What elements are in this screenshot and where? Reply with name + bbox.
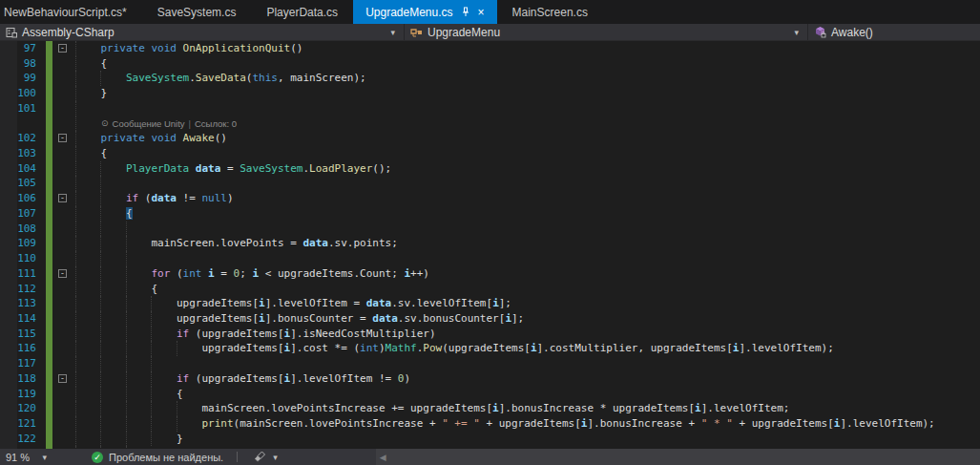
code-line: 119 { <box>0 387 980 402</box>
line-number: 111 <box>0 266 46 282</box>
code-line-text[interactable]: if (data != null) <box>75 191 980 206</box>
code-line-text[interactable] <box>75 101 980 116</box>
code-line-text[interactable]: mainScreen.lovePoints = data.sv.points; <box>75 236 980 251</box>
code-line: 109 mainScreen.lovePoints = data.sv.poin… <box>0 236 980 251</box>
code-cleanup-button[interactable]: ▾ <box>253 451 281 464</box>
indent-guide <box>100 161 101 177</box>
indent-guide <box>151 416 152 432</box>
fold-margin <box>52 71 75 86</box>
fold-collapse-icon[interactable]: - <box>58 194 67 202</box>
tab-playerdata-cs[interactable]: PlayerData.cs <box>251 0 353 24</box>
code-line: 110 <box>0 251 980 266</box>
document-health-indicator[interactable]: ✓ Проблемы не найдены. <box>92 452 223 463</box>
change-tracking-bar <box>46 327 52 342</box>
code-line-text[interactable] <box>75 446 980 449</box>
code-line-text[interactable]: private void Awake() <box>75 131 980 146</box>
zoom-control[interactable]: 91 % ▾ <box>0 452 55 463</box>
codelens-row: ⊙Сообщение Unity|Ссылок: 0 <box>0 116 980 132</box>
close-icon[interactable]: × <box>478 7 485 18</box>
code-line-text[interactable]: { <box>75 206 980 222</box>
code-line: 104 PlayerData data = SaveSystem.LoadPla… <box>0 161 980 177</box>
indent-guide <box>177 341 177 356</box>
line-number: 102 <box>0 131 46 146</box>
line-number: 97 <box>0 41 46 56</box>
line-number: 99 <box>0 71 46 86</box>
code-line-text[interactable] <box>75 176 980 191</box>
code-line-text[interactable]: { <box>75 56 980 72</box>
code-line-text[interactable]: print(mainScreen.lovePointsIncrease + " … <box>75 416 980 432</box>
code-line-text[interactable]: upgradeItems[i].levelOfItem = data.sv.le… <box>75 296 980 311</box>
indent-guide <box>75 282 76 297</box>
fold-margin <box>52 236 75 251</box>
indent-guide <box>100 222 101 237</box>
code-line-text[interactable]: for (int i = 0; i < upgradeItems.Count; … <box>75 266 980 282</box>
indent-guide <box>126 236 127 251</box>
code-line-text[interactable] <box>75 356 980 371</box>
fold-collapse-icon[interactable]: - <box>58 269 67 278</box>
code-line-text[interactable]: { <box>75 387 980 402</box>
tab-mainscreen-cs[interactable]: MainScreen.cs <box>497 0 603 24</box>
code-editor[interactable]: 97- private void OnApplicationQuit()98 {… <box>0 41 980 449</box>
indent-guide <box>126 282 127 297</box>
project-icon <box>6 27 17 38</box>
indent-guide <box>75 41 76 56</box>
tab-label: PlayerData.cs <box>266 6 338 19</box>
code-line-text[interactable] <box>75 222 980 237</box>
indent-guide <box>100 236 101 251</box>
fold-collapse-icon[interactable]: - <box>58 374 67 383</box>
document-tabbar: NewBehaviourScript.cs*SaveSystem.csPlaye… <box>0 0 980 24</box>
indent-guide <box>75 401 76 416</box>
project-dropdown[interactable]: Assembly-CSharp ▾ <box>0 24 405 40</box>
code-line-text[interactable]: { <box>75 282 980 297</box>
change-tracking-bar <box>46 341 52 356</box>
fold-collapse-icon[interactable]: - <box>58 44 67 53</box>
codelens-text[interactable]: ⊙Сообщение Unity|Ссылок: 0 <box>75 116 980 132</box>
indent-guide <box>126 401 127 416</box>
indent-guide <box>126 341 127 356</box>
code-line-text[interactable]: } <box>75 432 980 447</box>
broom-icon <box>253 451 266 464</box>
code-line-text[interactable]: mainScreen.lovePointsIncrease += upgrade… <box>75 401 980 416</box>
change-tracking-bar <box>46 371 52 387</box>
indent-guide <box>100 266 101 282</box>
scroll-left-icon[interactable]: ◀ <box>376 453 386 462</box>
indent-guide <box>100 401 101 416</box>
code-line: 106- if (data != null) <box>0 191 980 206</box>
code-line-text[interactable]: upgradeItems[i].cost *= (int)Mathf.Pow(u… <box>75 341 980 356</box>
code-line-text[interactable] <box>75 251 980 266</box>
codelens-label[interactable]: Сообщение Unity <box>113 116 185 132</box>
change-tracking-bar <box>46 401 52 416</box>
class-dropdown[interactable]: UpgradeMenu ▾ <box>405 24 808 40</box>
code-line-text[interactable]: upgradeItems[i].bonusCounter = data.sv.b… <box>75 311 980 327</box>
tab-upgrademenu-cs[interactable]: UpgradeMenu.cs× <box>353 0 496 24</box>
member-dropdown[interactable]: Awake() <box>808 24 980 40</box>
code-line: 115 if (upgradeItems[i].isNeedCostMultip… <box>0 327 980 342</box>
indent-guide <box>75 446 76 449</box>
code-line-text[interactable]: if (upgradeItems[i].isNeedCostMultiplier… <box>75 327 980 342</box>
code-line: 123 <box>0 446 980 449</box>
fold-collapse-icon[interactable]: - <box>58 134 67 142</box>
chevron-down-icon: ▾ <box>42 453 50 462</box>
code-line-text[interactable]: SaveSystem.SaveData(this, mainScreen); <box>75 71 980 86</box>
tab-savesystem-cs[interactable]: SaveSystem.cs <box>142 0 252 24</box>
indent-guide <box>126 387 127 402</box>
indent-guide <box>151 432 152 447</box>
tab-newbehaviourscript-cs-[interactable]: NewBehaviourScript.cs* <box>0 0 142 24</box>
indent-guide <box>151 311 152 327</box>
code-line-text[interactable]: if (upgradeItems[i].levelOfItem != 0) <box>75 371 980 387</box>
code-line-text[interactable]: { <box>75 146 980 161</box>
indent-guide <box>100 71 101 86</box>
codelens-references[interactable]: Ссылок: 0 <box>195 116 237 132</box>
horizontal-scrollbar[interactable]: ◀ <box>376 449 980 465</box>
code-line-text[interactable]: private void OnApplicationQuit() <box>75 41 980 56</box>
line-number: 108 <box>0 222 46 237</box>
indent-guide <box>100 356 101 371</box>
code-line-text[interactable]: PlayerData data = SaveSystem.LoadPlayer(… <box>75 161 980 177</box>
indent-guide <box>100 311 101 327</box>
indent-guide <box>100 416 101 432</box>
pin-icon[interactable] <box>461 7 470 17</box>
fold-margin: - <box>52 131 75 146</box>
line-number: 123 <box>0 446 46 449</box>
code-line-text[interactable]: } <box>75 86 980 101</box>
line-number: 117 <box>0 356 46 371</box>
